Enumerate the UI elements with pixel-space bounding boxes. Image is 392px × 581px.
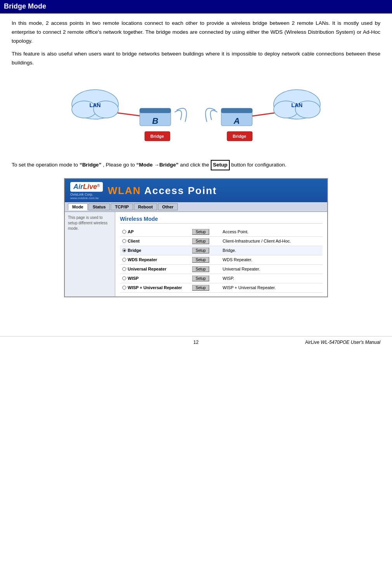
table-row-bridge: Bridge Setup Bridge. (120, 246, 323, 255)
table-row: AP Setup Access Point. (120, 227, 323, 237)
diagram-svg: LAN B A LAN (60, 75, 332, 153)
radio-client[interactable] (122, 239, 126, 243)
wlan-title-access: Access Point (141, 185, 217, 196)
wlan-section-title: Wireless Mode (120, 216, 323, 224)
table-row: WISP + Universal Repeater Setup WISP + U… (120, 283, 323, 292)
nav-tab-reboot[interactable]: Reboot (134, 203, 157, 210)
signal-arc-right-1 (210, 110, 217, 120)
router-b-label: B (152, 116, 158, 126)
wlan-panel: AirLive® OvisLink Corp. www.ovislink.com… (64, 178, 328, 297)
nav-tab-tcpip[interactable]: TCP/IP (111, 203, 133, 210)
brand-sub: OvisLink Corp. (70, 193, 93, 196)
router-a-label: A (233, 116, 240, 126)
footer-page-num: 12 (193, 340, 198, 345)
radio-wisp-univ[interactable] (122, 286, 126, 290)
instruction-suffix: and click the (180, 162, 211, 168)
nav-tab-status[interactable]: Status (88, 203, 110, 210)
wlan-body: This page is used to setup different wir… (65, 212, 327, 297)
mode-label-bridge: Bridge (128, 248, 141, 253)
logo-live: Live (83, 183, 97, 191)
mode-label-wisp: WISP (128, 276, 139, 281)
radio-bridge[interactable] (122, 248, 126, 252)
right-bridge-label: Bridge (233, 134, 246, 139)
router-b-top (140, 108, 171, 113)
left-bridge-label: Bridge (151, 134, 164, 139)
bridge-diagram: LAN B A LAN (12, 75, 380, 153)
mode-label-wds: WDS Repeater (128, 257, 157, 262)
radio-label-client: Client (122, 239, 187, 243)
setup-btn-bridge[interactable]: Setup (192, 248, 209, 253)
table-row: WISP Setup WISP. (120, 274, 323, 283)
mode-label-ap: AP (128, 229, 134, 234)
description-paragraph1: In this mode, 2 access points in two rem… (12, 19, 380, 46)
logo-registered: ® (97, 184, 100, 188)
left-cloud-label: LAN (90, 102, 101, 108)
description-paragraph2: This feature is also useful when users w… (12, 50, 380, 68)
instruction-middle: , Please go to (103, 162, 136, 168)
radio-wds[interactable] (122, 258, 126, 262)
nav-tab-mode[interactable]: Mode (68, 203, 88, 210)
radio-label-wisp-univ: WISP + Universal Repeater (122, 285, 187, 290)
page-title: Bridge Mode (0, 0, 392, 14)
desc-wds: WDS Repeater. (220, 255, 323, 264)
setup-btn-wds[interactable]: Setup (192, 257, 209, 263)
sidebar-text: This page is used to setup different wir… (68, 215, 108, 231)
radio-label-univ: Universal Repeater (122, 267, 187, 271)
radio-univ[interactable] (122, 267, 126, 271)
wlan-title: WLAN Access Point (108, 185, 217, 197)
wireless-mode-table: AP Setup Access Point. (120, 227, 323, 293)
instruction-setup-box: Setup (211, 160, 230, 170)
footer-brand-manual: AirLive WL-5470POE User's Manual (305, 340, 380, 345)
radio-ap[interactable] (122, 230, 126, 234)
desc-client: Client-Infrastructure / Client Ad-Hoc. (220, 236, 323, 246)
desc-wisp-univ: WISP + Universal Repeater. (220, 283, 323, 292)
wlan-header: AirLive® OvisLink Corp. www.ovislink.com… (65, 179, 327, 202)
setup-btn-client[interactable]: Setup (192, 238, 209, 244)
radio-label-ap: AP (122, 229, 187, 234)
mode-label-client: Client (128, 239, 140, 243)
desc-univ: Universal Repeater. (220, 264, 323, 274)
mode-label-wisp-univ: WISP + Universal Repeater (128, 285, 182, 290)
wire-right (252, 113, 274, 116)
table-row: WDS Repeater Setup WDS Repeater. (120, 255, 323, 264)
page-footer: 12 AirLive WL-5470POE User's Manual (0, 336, 392, 348)
radio-label-wisp: WISP (122, 276, 187, 281)
screenshot-container: AirLive® OvisLink Corp. www.ovislink.com… (12, 178, 380, 297)
brand-url: www.ovislink.com.tw (70, 196, 99, 200)
radio-label-wds: WDS Repeater (122, 257, 187, 262)
wlan-main: Wireless Mode AP (115, 212, 327, 297)
wire-left (118, 113, 142, 116)
setup-btn-wisp[interactable]: Setup (192, 276, 209, 281)
instruction-paragraph: To set the operation mode to “Bridge” , … (12, 160, 380, 170)
setup-btn-univ[interactable]: Setup (192, 266, 209, 272)
radio-wisp[interactable] (122, 276, 126, 280)
desc-wisp: WISP. (220, 274, 323, 283)
instruction-bridge: “Bridge” (80, 162, 101, 168)
signal-arc-left-1 (175, 110, 182, 120)
wlan-nav: Mode Status TCP/IP Reboot Other (65, 202, 327, 212)
router-a-top (221, 108, 252, 113)
desc-bridge: Bridge. (220, 246, 323, 255)
wlan-title-wlan: WLAN (108, 185, 141, 196)
setup-btn-wisp-univ[interactable]: Setup (192, 285, 209, 291)
right-cloud-label: LAN (291, 102, 303, 108)
setup-btn-ap[interactable]: Setup (192, 229, 209, 235)
mode-label-univ: Universal Repeater (128, 267, 167, 271)
nav-tab-other[interactable]: Other (158, 203, 178, 210)
radio-label-bridge: Bridge (122, 248, 187, 253)
footer-manual: WL-5470POE User's Manual (321, 340, 380, 345)
desc-ap: Access Point. (220, 227, 323, 237)
instruction-mode-arrow: “Mode →Bridge” (136, 162, 179, 168)
logo-air: Air (73, 183, 83, 191)
instruction-prefix: To set the operation mode to (12, 162, 80, 168)
table-row: Client Setup Client-Infrastructure / Cli… (120, 236, 323, 246)
table-row: Universal Repeater Setup Universal Repea… (120, 264, 323, 274)
footer-brand: AirLive (305, 340, 319, 345)
instruction-end: button for configuration. (231, 162, 286, 168)
wlan-sidebar: This page is used to setup different wir… (65, 212, 115, 297)
